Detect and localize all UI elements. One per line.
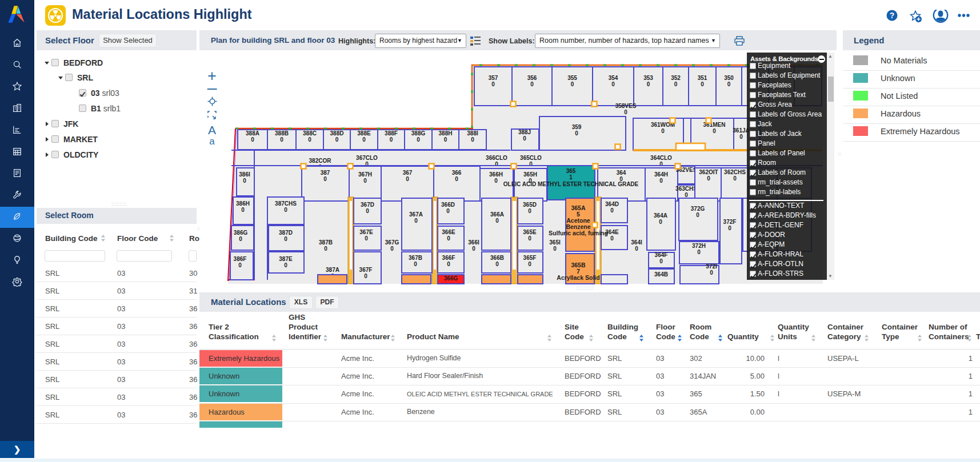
svg-text:0: 0 (366, 208, 369, 214)
svg-text:0: 0 (710, 270, 713, 276)
svg-text:0: 0 (647, 81, 650, 87)
svg-text:364A: 364A (654, 212, 667, 219)
svg-text:0: 0 (610, 235, 614, 242)
svg-text:364B: 364B (654, 271, 668, 278)
svg-text:372G: 372G (691, 206, 705, 212)
svg-text:0: 0 (323, 176, 327, 182)
svg-text:0: 0 (241, 207, 245, 213)
svg-text:365H: 365H (523, 171, 537, 178)
svg-text:0: 0 (707, 175, 710, 182)
svg-text:0: 0 (523, 135, 526, 142)
svg-text:0: 0 (365, 235, 368, 242)
svg-text:367G: 367G (385, 239, 399, 246)
svg-text:0: 0 (661, 128, 665, 134)
svg-text:388G: 388G (411, 130, 426, 136)
svg-text:0: 0 (444, 136, 447, 143)
svg-text:0: 0 (659, 258, 663, 264)
svg-text:0: 0 (659, 161, 663, 167)
svg-text:0: 0 (494, 178, 498, 184)
svg-text:0: 0 (471, 136, 474, 143)
svg-text:0: 0 (728, 225, 731, 231)
svg-text:363CHS: 363CHS (675, 186, 697, 192)
svg-text:0: 0 (495, 218, 499, 224)
svg-text:0: 0 (575, 130, 578, 136)
svg-text:358VES: 358VES (615, 103, 637, 109)
svg-text:0: 0 (610, 207, 614, 214)
svg-text:0: 0 (495, 261, 499, 267)
svg-text:0: 0 (739, 134, 743, 140)
svg-text:367D: 367D (361, 202, 374, 208)
svg-text:364H: 364H (654, 171, 668, 178)
svg-text:366: 366 (452, 170, 462, 176)
svg-text:0: 0 (446, 208, 450, 214)
svg-text:388C: 388C (303, 130, 317, 136)
svg-text:0: 0 (697, 249, 701, 255)
svg-text:0: 0 (239, 236, 242, 242)
svg-text:0: 0 (611, 81, 615, 87)
svg-text:387D: 387D (279, 230, 293, 236)
svg-text:367B: 367B (409, 255, 422, 261)
svg-text:388I: 388I (467, 130, 478, 136)
svg-text:388A: 388A (246, 130, 259, 136)
svg-text:366A: 366A (490, 211, 504, 218)
svg-text:0: 0 (363, 178, 367, 184)
svg-text:0: 0 (455, 176, 458, 182)
svg-text:0: 0 (553, 246, 557, 252)
svg-text:0: 0 (659, 178, 663, 184)
svg-text:365E: 365E (523, 229, 537, 235)
svg-text:366E: 366E (442, 229, 455, 235)
svg-text:357: 357 (489, 75, 498, 81)
svg-text:0: 0 (624, 109, 627, 115)
svg-text:362CHS: 362CHS (724, 169, 746, 175)
svg-text:0: 0 (414, 218, 418, 224)
svg-text:365: 365 (566, 168, 576, 174)
svg-text:352: 352 (671, 75, 681, 81)
svg-text:0: 0 (251, 136, 254, 143)
svg-text:355: 355 (567, 75, 577, 81)
svg-text:?: ? (890, 11, 895, 20)
svg-text:0: 0 (406, 176, 409, 182)
svg-text:365I: 365I (549, 239, 561, 246)
svg-text:Sulfuric acid, fuming: Sulfuric acid, fuming (549, 230, 608, 236)
svg-text:364F: 364F (655, 252, 668, 258)
svg-text:0: 0 (713, 128, 716, 134)
svg-text:0: 0 (390, 246, 394, 252)
svg-text:367F: 367F (359, 267, 373, 273)
svg-text:388B: 388B (275, 130, 289, 136)
svg-text:0: 0 (528, 235, 531, 242)
svg-text:388E: 388E (357, 130, 371, 136)
svg-text:0: 0 (685, 192, 688, 198)
svg-text:0: 0 (491, 81, 495, 87)
svg-text:0: 0 (324, 246, 327, 252)
svg-text:365CLO: 365CLO (520, 155, 542, 161)
svg-text:0: 0 (335, 136, 339, 143)
svg-text:365D: 365D (523, 202, 537, 208)
svg-text:0: 0 (284, 262, 287, 268)
svg-text:388J: 388J (518, 129, 531, 135)
svg-text:0: 0 (472, 246, 475, 252)
svg-text:365F: 365F (523, 255, 537, 261)
svg-text:367E: 367E (359, 229, 373, 235)
svg-text:387B: 387B (319, 239, 333, 246)
svg-text:359: 359 (572, 124, 582, 130)
svg-text:0: 0 (308, 136, 311, 143)
svg-text:354: 354 (609, 75, 618, 81)
svg-text:0: 0 (238, 262, 242, 268)
svg-text:366G: 366G (444, 275, 458, 282)
svg-text:366D: 366D (441, 202, 455, 208)
svg-text:372H: 372H (692, 243, 706, 249)
svg-text:367A: 367A (409, 211, 423, 218)
svg-text:0: 0 (733, 175, 737, 182)
svg-text:0: 0 (362, 136, 366, 143)
svg-text:362OIT: 362OIT (699, 169, 718, 175)
svg-text:0: 0 (635, 246, 638, 252)
svg-text:386H: 386H (236, 200, 250, 207)
svg-text:366H: 366H (489, 171, 503, 178)
svg-text:353: 353 (643, 75, 653, 81)
svg-text:0: 0 (528, 208, 531, 214)
svg-text:0: 0 (495, 161, 498, 167)
svg-text:364D: 364D (605, 201, 619, 207)
svg-text:0: 0 (727, 81, 731, 87)
svg-text:366B: 366B (490, 255, 504, 261)
svg-text:1: 1 (569, 174, 573, 180)
